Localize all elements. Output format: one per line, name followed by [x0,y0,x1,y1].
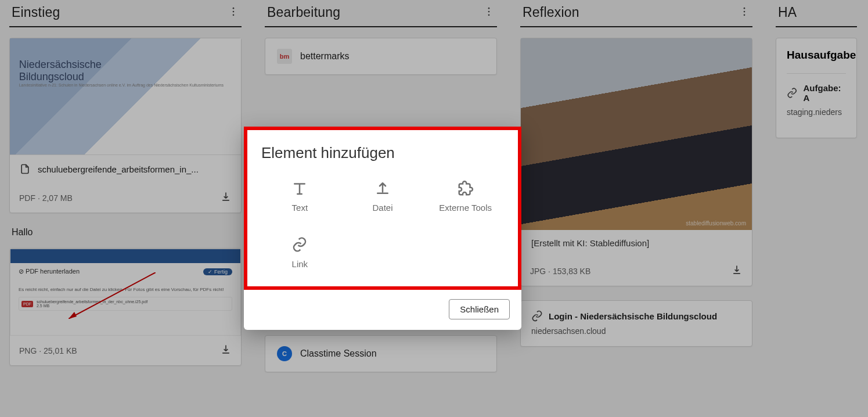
option-label: Datei [372,203,392,213]
element-options: Text Datei Externe Tools Link [261,176,504,277]
close-button[interactable]: Schließen [449,299,510,319]
link-icon [291,236,308,253]
puzzle-icon [457,179,474,197]
option-label: Text [292,203,308,213]
option-link[interactable]: Link [261,232,338,277]
add-element-dialog: Element hinzufügen Text Datei Externe To… [244,127,521,330]
option-external-tools[interactable]: Externe Tools [427,176,504,221]
dialog-title: Element hinzufügen [261,144,504,162]
option-label: Externe Tools [439,203,492,213]
text-icon [291,179,308,197]
dialog-actions: Schließen [244,290,521,330]
option-file[interactable]: Datei [344,176,422,221]
option-label: Link [292,259,308,269]
option-text[interactable]: Text [261,176,338,221]
upload-icon [374,179,391,197]
dialog-highlighted-area: Element hinzufügen Text Datei Externe To… [244,127,521,290]
